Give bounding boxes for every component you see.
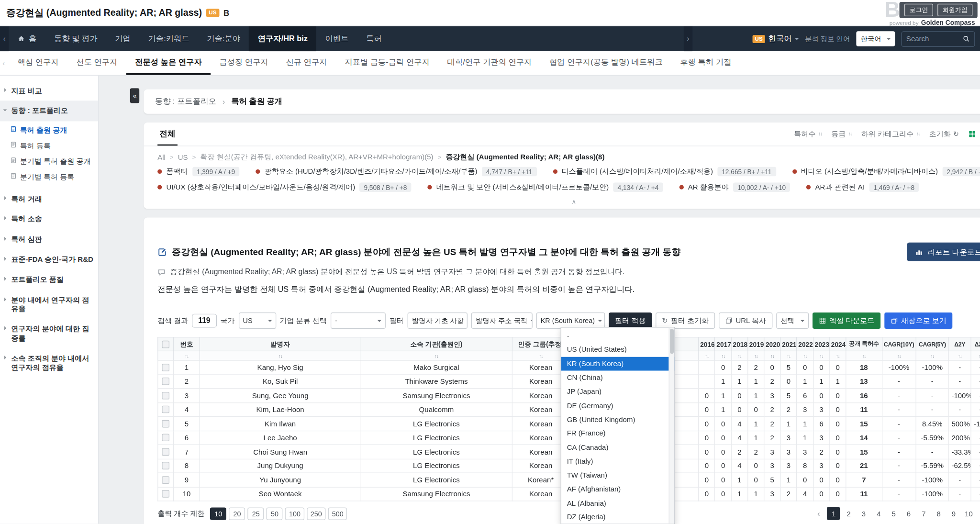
sort-cell[interactable]: ↑↓ [949, 351, 971, 360]
login-button[interactable]: 로그인 [904, 4, 933, 16]
sidebar-item[interactable]: 지표 비교 [0, 80, 98, 100]
country-option[interactable]: US (United States) [561, 343, 674, 357]
search-box[interactable]: Search [901, 31, 975, 47]
sort-cell[interactable]: ↑↓ [699, 351, 715, 360]
row-checkbox[interactable] [162, 406, 169, 413]
nav-tab-2[interactable]: 동향 및 평가 [45, 26, 106, 51]
nav-scroll-left-button[interactable]: ‹ [0, 26, 9, 51]
country-select[interactable]: US [238, 312, 276, 329]
sort-cell[interactable]: ↑↓ [797, 351, 813, 360]
sort-cell[interactable]: ↑↓ [971, 351, 980, 360]
tab-all[interactable]: 전체 [157, 123, 178, 145]
nav-tab-7[interactable]: 이벤트 [316, 26, 357, 51]
path-segment[interactable]: US [178, 154, 188, 161]
pagination-page-button[interactable]: 4 [872, 507, 885, 520]
pagination-page-button[interactable]: 2 [842, 507, 855, 520]
sort-cell[interactable]: ↑↓ [731, 351, 747, 360]
sort-cell[interactable]: ↑↓ [830, 351, 846, 360]
sidebar-item[interactable]: 특허 심판 [0, 229, 98, 249]
reset-filter-button[interactable]: ↻ 필터 초기화 [656, 312, 715, 329]
row-checkbox[interactable] [162, 462, 169, 470]
country-option[interactable]: - [561, 329, 674, 343]
inventor-address-select[interactable]: 발명자 주소 국적 [471, 312, 533, 329]
action-select[interactable]: 선택 [776, 312, 809, 329]
signup-button[interactable]: 회원가입 [937, 4, 972, 16]
inventor-basic-select[interactable]: 발명자 기초 사항 [408, 312, 468, 329]
sort-cell[interactable]: ↑↓ [780, 351, 797, 360]
pagination-page-button[interactable]: 5 [887, 507, 900, 520]
country-option[interactable]: AF (Afghanistan) [561, 482, 674, 496]
pagination-page-button[interactable]: 10 [962, 507, 975, 520]
sort-cell[interactable]: ↑↓ [361, 351, 512, 360]
report-download-button[interactable]: 리포트 다운로드 [907, 243, 980, 261]
pagination-page-button[interactable]: 8 [932, 507, 945, 520]
reset-tool[interactable]: 초기화↻ [929, 129, 959, 139]
subnav-tab-3[interactable]: 전문성 높은 연구자 [126, 51, 211, 75]
sidebar-item[interactable]: 소속 조직의 분야 내에서 연구자의 점유율 [0, 348, 98, 378]
page-size-button[interactable]: 250 [307, 507, 326, 520]
row-checkbox[interactable] [162, 434, 169, 442]
country-option[interactable]: TW (Taiwan) [561, 468, 674, 482]
nationality-select[interactable]: KR (South Korea) [536, 312, 605, 329]
country-option[interactable]: IT (Italy) [561, 454, 674, 468]
sidebar-subitem[interactable]: 분기별 특허 출원 공개 [0, 154, 98, 169]
sidebar-item[interactable]: 표준-FDA 승인-국가 R&D [0, 249, 98, 269]
pagination-prev-button[interactable]: ‹ [812, 507, 825, 520]
sidebar-subitem[interactable]: 특허 등록 [0, 138, 98, 154]
collapse-categories-button[interactable]: ∧ [144, 195, 980, 208]
subnav-tab-8[interactable]: 협업 연구자(공동 발명) 네트워크 [541, 51, 671, 75]
sort-cell[interactable]: ↑↓ [715, 351, 731, 360]
row-checkbox[interactable] [162, 476, 169, 484]
sort-cell[interactable]: ↑↓ [813, 351, 829, 360]
site-language-control[interactable]: US 한국어 [752, 33, 799, 44]
nav-tab-1[interactable]: 홈 [9, 26, 45, 51]
sidebar-item[interactable]: 분야 내에서 연구자의 점유율 [0, 290, 98, 319]
category-chip[interactable]: AR 활용분야10,002 / A- / +10 [679, 182, 790, 192]
path-segment[interactable]: All [157, 154, 166, 161]
page-size-button[interactable]: 500 [328, 507, 347, 520]
category-chip[interactable]: UI/UX (상호작용/인터페이스/모바일/사운드/음성/원격/제어)9,508… [157, 182, 411, 192]
page-size-button[interactable]: 100 [285, 507, 304, 520]
sort-cell[interactable]: ↑↓ [200, 351, 361, 360]
dropdown-scrollbar-thumb[interactable] [670, 329, 674, 354]
sidebar-item[interactable]: 특허 거래 [0, 189, 98, 209]
country-option[interactable]: DZ (Algeria) [561, 510, 674, 524]
country-option[interactable]: CA (Canada) [561, 440, 674, 454]
sort-tool-2[interactable]: 등급↑↓ [831, 129, 852, 139]
sort-cell[interactable]: ↑↓ [764, 351, 780, 360]
analysis-language-select[interactable]: 한국어 [856, 31, 895, 46]
subnav-scroll-left[interactable]: ‹ [2, 51, 9, 75]
nav-tab-8[interactable]: 특허 [357, 26, 390, 51]
sort-cell[interactable]: ↑↓ [747, 351, 764, 360]
sidebar-subitem[interactable]: 특허 출원 공개 [0, 123, 98, 138]
sidebar-item[interactable]: 특허 소송 [0, 209, 98, 229]
subnav-tab-6[interactable]: 지표별 급등-급락 연구자 [336, 51, 438, 75]
pagination-page-button[interactable]: 7 [917, 507, 930, 520]
nav-tab-4[interactable]: 기술:키워드 [139, 26, 198, 51]
sidebar-collapse-button[interactable]: « [130, 88, 140, 103]
subnav-tab-2[interactable]: 선도 연구자 [67, 51, 126, 75]
category-chip[interactable]: AR과 관련된 AI1,469 / A- / +8 [806, 182, 919, 192]
nav-tab-6[interactable]: 연구자/HR biz [249, 26, 316, 51]
subnav-tab-7[interactable]: 대학/연구 기관의 연구자 [438, 51, 540, 75]
excel-download-button[interactable]: 엑셀 다운로드 [813, 312, 881, 329]
country-option[interactable]: JP (Japan) [561, 385, 674, 399]
pagination-page-button[interactable]: 6 [902, 507, 915, 520]
dropdown-scrollbar[interactable] [669, 327, 675, 524]
sort-tool-3[interactable]: 하위 카테고리수↑↓ [861, 129, 920, 139]
page-size-button[interactable]: 10 [210, 507, 226, 520]
row-checkbox[interactable] [162, 420, 169, 427]
row-checkbox[interactable] [162, 490, 169, 498]
breadcrumb-parent[interactable]: 동향 : 포트폴리오 [155, 96, 216, 107]
category-chip[interactable]: 광학요소 (HUD/광학장치/3D/렌즈/기타요소/가이드/제어/소재/부품)4… [256, 167, 536, 177]
sidebar-subitem[interactable]: 분기별 특허 등록 [0, 169, 98, 185]
country-option[interactable]: AL (Albania) [561, 496, 674, 510]
sort-tool-1[interactable]: 특허수↑↓ [794, 129, 822, 139]
sort-cell[interactable]: ↑↓ [174, 351, 200, 360]
page-size-button[interactable]: 20 [229, 507, 245, 520]
nav-tab-5[interactable]: 기술:분야 [198, 26, 249, 51]
sort-cell[interactable]: ↑↓ [916, 351, 948, 360]
country-option[interactable]: CN (China) [561, 370, 674, 384]
nav-tab-3[interactable]: 기업 [106, 26, 139, 51]
company-type-select[interactable]: - [331, 312, 386, 329]
